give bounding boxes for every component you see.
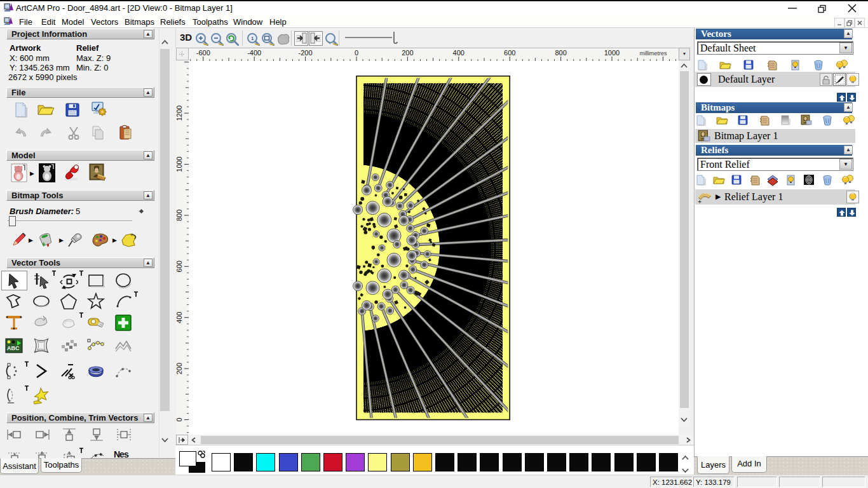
svg-text:600: 600 — [176, 261, 183, 272]
svg-text:-200: -200 — [299, 49, 313, 57]
svg-text:800: 800 — [176, 210, 183, 221]
svg-text:0: 0 — [176, 417, 183, 421]
svg-text:200: 200 — [176, 363, 183, 374]
svg-text:-600: -600 — [196, 49, 210, 57]
svg-text:millimetres: millimetres — [639, 50, 667, 57]
svg-text:0: 0 — [355, 49, 358, 57]
svg-text:800: 800 — [555, 49, 566, 57]
svg-text:ABC: ABC — [7, 345, 20, 351]
svg-text:1000: 1000 — [176, 156, 183, 172]
svg-text:1: 1 — [251, 36, 254, 41]
svg-text:1200: 1200 — [176, 105, 183, 121]
svg-text:400: 400 — [176, 312, 183, 323]
svg-text:600: 600 — [504, 49, 515, 57]
svg-text:200: 200 — [402, 49, 413, 57]
svg-text:-400: -400 — [247, 49, 261, 57]
svg-text:400: 400 — [453, 49, 465, 57]
svg-text:+: + — [698, 198, 702, 205]
svg-text:1000: 1000 — [604, 49, 620, 57]
